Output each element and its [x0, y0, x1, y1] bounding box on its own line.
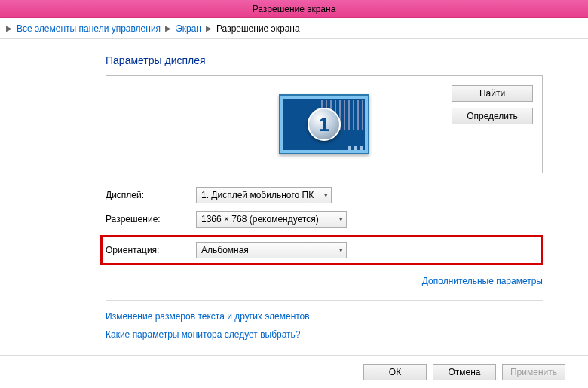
breadcrumb-control-panel[interactable]: Все элементы панели управления	[17, 18, 161, 39]
dialog-footer: ОК Отмена Применить	[0, 355, 588, 388]
resolution-value: 1366 × 768 (рекомендуется)	[201, 214, 319, 225]
preview-buttons: Найти Определить	[452, 85, 533, 124]
breadcrumb: ▶ Все элементы панели управления ▶ Экран…	[0, 18, 588, 39]
monitor-number-badge: 1	[308, 108, 341, 141]
monitor-preview-box: 1 Найти Определить	[106, 75, 543, 173]
monitor-tray-icon	[348, 146, 363, 150]
display-select[interactable]: 1. Дисплей мобильного ПК ▾	[196, 187, 332, 203]
display-value: 1. Дисплей мобильного ПК	[201, 190, 314, 200]
chevron-down-icon: ▾	[339, 246, 343, 254]
resolution-label: Разрешение:	[106, 214, 196, 225]
orientation-label: Ориентация:	[106, 245, 196, 255]
cancel-button[interactable]: Отмена	[433, 364, 496, 380]
monitor-icon[interactable]: 1	[279, 94, 369, 154]
find-button[interactable]: Найти	[452, 85, 533, 102]
chevron-right-icon: ▶	[165, 18, 171, 39]
content-area: Параметры дисплея 1 Найти Определить Дис…	[0, 39, 588, 355]
advanced-link-row: Дополнительные параметры	[106, 276, 543, 286]
display-label: Дисплей:	[106, 190, 196, 200]
page-heading: Параметры дисплея	[106, 54, 543, 66]
help-links-block: Изменение размеров текста и других элеме…	[106, 300, 543, 340]
orientation-row-highlighted: Ориентация: Альбомная ▾	[100, 235, 543, 265]
chevron-down-icon: ▾	[339, 215, 343, 223]
chevron-right-icon: ▶	[206, 18, 212, 39]
breadcrumb-display[interactable]: Экран	[176, 18, 201, 39]
which-monitor-link[interactable]: Какие параметры монитора следует выбрать…	[106, 329, 543, 340]
apply-button: Применить	[502, 364, 565, 380]
orientation-select[interactable]: Альбомная ▾	[196, 242, 347, 258]
advanced-settings-link[interactable]: Дополнительные параметры	[422, 276, 543, 286]
detect-button[interactable]: Определить	[452, 108, 533, 124]
ok-button[interactable]: ОК	[363, 364, 427, 380]
resolution-select[interactable]: 1366 × 768 (рекомендуется) ▾	[196, 211, 347, 228]
display-row: Дисплей: 1. Дисплей мобильного ПК ▾	[106, 187, 543, 203]
window-title: Разрешение экрана	[253, 4, 336, 14]
chevron-right-icon: ▶	[6, 18, 12, 39]
resolution-row: Разрешение: 1366 × 768 (рекомендуется) ▾	[106, 211, 543, 228]
text-size-link[interactable]: Изменение размеров текста и других элеме…	[106, 311, 543, 322]
breadcrumb-current: Разрешение экрана	[216, 18, 300, 39]
chevron-down-icon: ▾	[324, 191, 328, 199]
orientation-value: Альбомная	[201, 245, 249, 255]
window-titlebar: Разрешение экрана	[0, 0, 588, 18]
